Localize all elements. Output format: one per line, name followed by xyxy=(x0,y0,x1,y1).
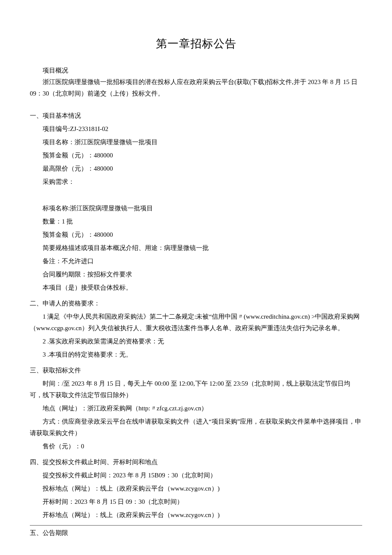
chapter-title: 第一章招标公告 xyxy=(30,34,362,54)
project-name: 项目名称：浙江医院病理显微镜一批项目 xyxy=(30,137,362,148)
brief-spec: 简要规格描述或项目基本概况介绍、用途：病理显微镜一批 xyxy=(30,242,362,254)
obtain-location: 地点（网址）：浙江政府采购网（http:〃zfcg.czt.zj.gov.cn） xyxy=(30,403,362,414)
submit-location: 投标地点（网址）：线上（政府采购云平台（www.zcygov.cn）) xyxy=(30,483,362,494)
section-3-title: 三、获取招标文件 xyxy=(30,365,362,376)
section-5: 五、公告期限 xyxy=(30,527,362,539)
obtain-price: 售价（元）：0 xyxy=(30,441,362,452)
section-2: 二、申请人的资格要求： 1 满足《中华人民共和国政府采购法》第二十二条规定:未被… xyxy=(30,298,362,360)
section-1: 一、项目基本情况 项目编号:ZJ-233181I-02 项目名称：浙江医院病理显… xyxy=(30,110,362,293)
divider-line xyxy=(30,525,362,526)
item-budget: 预算金额（元）：480000 xyxy=(30,229,362,241)
obtain-time: 时间：/至 2023 年 8 月 15 日，每天上午 00:00 至 12:00… xyxy=(30,378,362,401)
budget-amount: 预算金额（元）：480000 xyxy=(30,150,362,161)
obtain-method: 方式：供应商登录政采云平台在线申请获取采购文件（进入“项目采购”应用，在获取采购… xyxy=(30,416,362,439)
open-location: 开标地点（网址）：线上（政府采购云平台（www.zcygov.cn）) xyxy=(30,509,362,521)
project-number: 项目编号:ZJ-233181I-02 xyxy=(30,123,362,135)
section-2-title: 二、申请人的资格要求： xyxy=(30,298,362,309)
qualification-3: 3 .本项目的特定资格要求：无。 xyxy=(30,349,362,360)
bid-item-name: 标项名称:浙江医院病理显微镜一批项目 xyxy=(30,203,362,214)
contract-period: 合同履约期限：按招标文件要求 xyxy=(30,269,362,280)
quantity: 数量：1 批 xyxy=(30,216,362,227)
open-time: 开标时间：2023 年 8 月 15 日 09：30（北京时间） xyxy=(30,496,362,508)
qualification-2: 2 .落实政府采购政策需满足的资格要求：无 xyxy=(30,336,362,347)
section-1-title: 一、项目基本情况 xyxy=(30,110,362,122)
procurement-demand-label: 采购需求： xyxy=(30,176,362,188)
intro-overview-label: 项目概况 xyxy=(30,65,362,76)
remarks: 备注：不允许进口 xyxy=(30,256,362,267)
section-4: 四、提交投标文件截止时间、开标时间和地点 提交投标文件截止时间：2023 年 8… xyxy=(30,456,362,521)
section-4-title: 四、提交投标文件截止时间、开标时间和地点 xyxy=(30,456,362,468)
submit-deadline: 提交投标文件截止时间：2023 年 8 月 15B09：30（北京时间） xyxy=(30,470,362,481)
intro-summary: 浙江医院病理显微镜一批招标项目的潜在投标人应在政府采购云平台(获取(下载)招标文… xyxy=(30,76,362,99)
intro-block: 项目概况 浙江医院病理显微镜一批招标项目的潜在投标人应在政府采购云平台(获取(下… xyxy=(30,65,362,99)
section-5-title: 五、公告期限 xyxy=(30,527,362,539)
max-price: 最高限价（元）：480000 xyxy=(30,163,362,174)
consortium-bid: 本项目（是）接受联合体投标。 xyxy=(30,282,362,293)
section-3: 三、获取招标文件 时间：/至 2023 年 8 月 15 日，每天上午 00:0… xyxy=(30,365,362,452)
qualification-1: 1 满足《中华人民共和国政府采购法》第二十二条规定:未被“信用中国〃(www.c… xyxy=(30,311,362,334)
